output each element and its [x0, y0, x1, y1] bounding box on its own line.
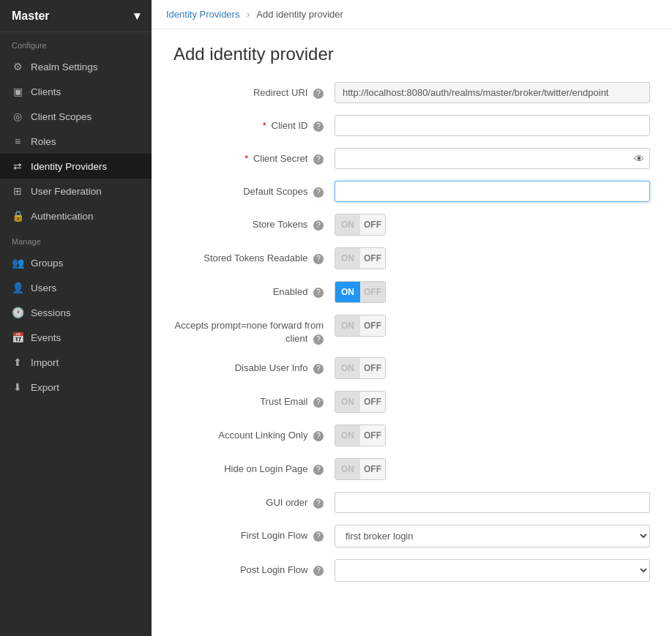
trust-email-field: ON OFF [335, 391, 650, 413]
sidebar-item-users[interactable]: 👤 Users [0, 275, 152, 300]
stored-tokens-readable-label: Stored Tokens Readable ? [173, 247, 335, 265]
sidebar-item-import[interactable]: ⬆ Import [0, 350, 152, 375]
account-linking-only-label: Account Linking Only ? [173, 424, 335, 442]
sidebar-item-user-federation-label: User Federation [31, 186, 102, 197]
trust-email-row: Trust Email ? ON OFF [173, 391, 650, 413]
enabled-field: ON OFF [335, 281, 650, 303]
default-scopes-row: Default Scopes ? [173, 181, 650, 202]
sidebar-item-identity-providers-label: Identity Providers [31, 161, 107, 172]
main-content: Identity Providers › Add identity provid… [152, 0, 672, 636]
authentication-icon: 🔒 [12, 210, 23, 222]
enabled-row: Enabled ? ON OFF [173, 281, 650, 303]
realm-settings-icon: ⚙ [12, 61, 23, 72]
default-scopes-label: Default Scopes ? [173, 181, 335, 198]
sidebar-item-clients[interactable]: ▣ Clients [0, 79, 152, 104]
account-linking-only-help-icon[interactable]: ? [313, 431, 324, 441]
redirect-uri-row: Redirect URI ? [173, 82, 650, 103]
configure-section-label: Configure [0, 32, 152, 54]
default-scopes-help-icon[interactable]: ? [313, 187, 324, 198]
account-linking-only-on-label: ON [335, 425, 360, 446]
page-title: Add identity provider [173, 44, 650, 64]
hide-on-login-page-toggle[interactable]: ON OFF [335, 458, 386, 480]
breadcrumb-link[interactable]: Identity Providers [166, 9, 239, 20]
post-login-flow-help-icon[interactable]: ? [313, 566, 324, 576]
breadcrumb-current: Add identity provider [256, 9, 343, 20]
gui-order-input[interactable] [335, 492, 650, 513]
accepts-prompt-field: ON OFF [335, 315, 650, 337]
sidebar-item-realm-settings-label: Realm Settings [31, 61, 98, 72]
sidebar-item-client-scopes[interactable]: ◎ Client Scopes [0, 104, 152, 129]
client-id-help-icon[interactable]: ? [313, 121, 324, 132]
enabled-help-icon[interactable]: ? [313, 288, 324, 298]
enabled-toggle[interactable]: ON OFF [335, 281, 386, 303]
stored-tokens-readable-toggle[interactable]: ON OFF [335, 247, 386, 269]
clients-icon: ▣ [12, 86, 23, 97]
toggle-password-icon[interactable]: 👁 [634, 153, 644, 165]
accepts-prompt-off-label: OFF [360, 315, 385, 336]
disable-user-info-help-icon[interactable]: ? [313, 364, 324, 374]
client-id-label: * Client ID ? [173, 115, 335, 132]
store-tokens-help-icon[interactable]: ? [313, 220, 324, 231]
gui-order-help-icon[interactable]: ? [313, 498, 324, 509]
sidebar-item-export-label: Export [31, 382, 59, 393]
form-content: Add identity provider Redirect URI ? * C… [152, 29, 672, 608]
hide-on-login-page-row: Hide on Login Page ? ON OFF [173, 458, 650, 480]
groups-icon: 👥 [12, 257, 23, 269]
realm-chevron: ▾ [134, 9, 140, 23]
accepts-prompt-help-icon[interactable]: ? [313, 334, 324, 345]
hide-on-login-page-off-label: OFF [360, 459, 385, 479]
realm-selector[interactable]: Master ▾ [0, 0, 152, 32]
client-secret-help-icon[interactable]: ? [313, 154, 324, 165]
store-tokens-toggle[interactable]: ON OFF [335, 214, 386, 236]
hide-on-login-page-field: ON OFF [335, 458, 650, 480]
redirect-uri-field [335, 82, 650, 103]
client-secret-input[interactable] [335, 148, 650, 169]
first-login-flow-label: First Login Flow ? [173, 525, 335, 542]
sidebar-item-sessions-label: Sessions [31, 307, 71, 318]
trust-email-toggle[interactable]: ON OFF [335, 391, 386, 413]
store-tokens-on-label: ON [335, 214, 360, 235]
sidebar-item-groups[interactable]: 👥 Groups [0, 250, 152, 275]
first-login-flow-help-icon[interactable]: ? [313, 531, 324, 542]
sidebar-item-events[interactable]: 📅 Events [0, 325, 152, 350]
client-id-row: * Client ID ? [173, 115, 650, 136]
sidebar-item-realm-settings[interactable]: ⚙ Realm Settings [0, 54, 152, 79]
default-scopes-input[interactable] [335, 181, 650, 202]
disable-user-info-off-label: OFF [360, 358, 385, 378]
account-linking-only-toggle[interactable]: ON OFF [335, 424, 386, 446]
hide-on-login-page-on-label: ON [335, 459, 360, 479]
client-secret-label: * Client Secret ? [173, 148, 335, 165]
first-login-flow-select[interactable]: first broker login browser direct grant … [335, 525, 650, 547]
account-linking-only-field: ON OFF [335, 424, 650, 446]
client-id-input[interactable] [335, 115, 650, 136]
hide-on-login-page-help-icon[interactable]: ? [313, 465, 324, 475]
disable-user-info-toggle[interactable]: ON OFF [335, 357, 386, 379]
sidebar-item-export[interactable]: ⬇ Export [0, 375, 152, 400]
redirect-uri-help-icon[interactable]: ? [313, 89, 324, 99]
stored-tokens-readable-on-label: ON [335, 248, 360, 269]
disable-user-info-on-label: ON [335, 358, 360, 378]
accepts-prompt-row: Accepts prompt=none forward from client … [173, 315, 650, 345]
sidebar-item-roles[interactable]: ≡ Roles [0, 129, 152, 154]
disable-user-info-field: ON OFF [335, 357, 650, 379]
account-linking-only-row: Account Linking Only ? ON OFF [173, 424, 650, 446]
sidebar-item-identity-providers[interactable]: ⇄ Identity Providers [0, 154, 152, 179]
sidebar-item-authentication-label: Authentication [31, 211, 94, 222]
identity-providers-icon: ⇄ [12, 160, 23, 172]
accepts-prompt-toggle[interactable]: ON OFF [335, 315, 386, 337]
user-federation-icon: ⊞ [12, 185, 23, 197]
redirect-uri-input[interactable] [335, 82, 650, 103]
trust-email-help-icon[interactable]: ? [313, 397, 324, 408]
enabled-off-label: OFF [360, 282, 385, 302]
sidebar-item-user-federation[interactable]: ⊞ User Federation [0, 179, 152, 203]
sidebar-item-authentication[interactable]: 🔒 Authentication [0, 203, 152, 228]
post-login-flow-select[interactable]: browser direct grant registration reset … [335, 559, 650, 582]
realm-name: Master [12, 10, 50, 23]
client-secret-input-wrapper: 👁 [335, 148, 650, 169]
sidebar-item-roles-label: Roles [31, 136, 56, 147]
client-secret-field: 👁 [335, 148, 650, 169]
stored-tokens-readable-help-icon[interactable]: ? [313, 254, 324, 264]
sidebar-item-sessions[interactable]: 🕐 Sessions [0, 300, 152, 325]
export-icon: ⬇ [12, 381, 23, 393]
redirect-uri-label: Redirect URI ? [173, 82, 335, 100]
